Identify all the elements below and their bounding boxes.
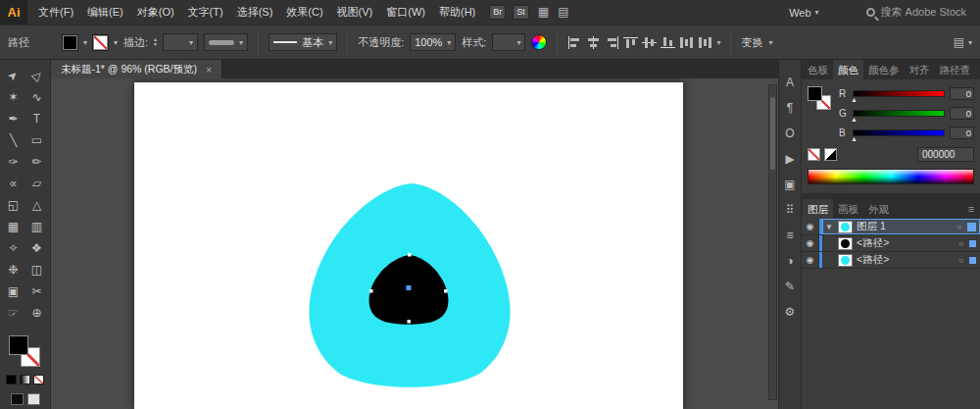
mesh-tool[interactable]: ▦ [2,216,25,237]
menu-type[interactable]: 文字(T) [181,0,230,25]
path-name[interactable]: <路径> [857,253,955,267]
fill-color-swatch[interactable] [63,35,77,50]
slice-tool[interactable]: ✂ [25,281,49,302]
stock-button[interactable]: St [513,5,529,20]
target-circle-icon[interactable]: ○ [956,223,961,231]
close-icon[interactable]: × [206,64,212,76]
magic-wand-tool[interactable]: ✶ [2,86,25,108]
stock-search[interactable]: 搜索 Adobe Stock [866,5,966,20]
color-spectrum-bar[interactable] [808,169,974,184]
character-panel-icon[interactable]: A [778,70,802,95]
none-button[interactable] [33,375,44,384]
tab-appearance[interactable]: 外观 [863,199,894,219]
align-horizontal-center-icon[interactable] [586,36,601,49]
tab-layers[interactable]: 图层 [803,199,833,219]
paragraph-panel-icon[interactable]: ¶ [778,95,802,121]
align-left-icon[interactable] [567,36,582,49]
layer-row-content[interactable]: ▼ 图层 1 ○ [822,219,980,234]
width-profile-dropdown[interactable]: ▾ [204,33,248,51]
slider-marker-icon[interactable]: ▲ [851,135,858,142]
path-name[interactable]: <路径> [857,236,955,250]
red-value-field[interactable]: 0 [950,87,974,100]
opentype-panel-icon[interactable]: O [778,121,802,146]
align-options-chevron-icon[interactable]: ▾ [716,38,720,47]
menu-effect[interactable]: 效果(C) [279,0,329,25]
align-vertical-center-icon[interactable] [642,36,657,49]
canvas-area[interactable] [51,78,778,409]
symbol-sprayer-tool[interactable]: ❉ [2,259,25,281]
hand-tool[interactable]: ☞ [2,302,25,324]
actions-panel-icon[interactable]: ▶ [778,146,802,172]
document-layout-icon[interactable]: ▤ [558,0,568,25]
color-button[interactable] [6,375,17,384]
menu-help[interactable]: 帮助(H) [432,0,482,25]
tab-color-guide[interactable]: 颜色参 [863,60,905,79]
recolor-artwork-icon[interactable] [531,34,547,50]
draw-normal-button[interactable] [11,393,24,405]
distribute-vertical-icon[interactable] [698,36,712,49]
pencil-tool[interactable]: ✏ [25,151,49,173]
pen-tool[interactable]: ✒ [2,108,25,129]
vertical-scrollbar[interactable] [768,84,777,400]
gradient-button[interactable] [20,375,30,384]
spin-down-icon[interactable]: ▾ [154,42,157,47]
chevron-down-icon[interactable]: ▾ [968,38,972,47]
free-transform-tool[interactable]: ▱ [25,173,49,194]
target-circle-icon[interactable]: ○ [958,256,963,265]
column-graph-tool[interactable]: ◫ [25,259,49,281]
fill-swatch[interactable] [808,86,822,101]
layer-row-content[interactable]: <路径> ○ [822,235,980,251]
paintbrush-tool[interactable]: ✑ [2,151,25,173]
panel-options-icon[interactable]: ▤ [954,30,964,55]
document-tab[interactable]: 未标题-1* @ 96% (RGB/预览) × [51,60,222,78]
appearance-panel-icon[interactable]: ✎ [778,274,802,299]
opacity-dropdown[interactable]: 100% ▾ [410,33,456,51]
layer-row-path-black[interactable]: ◉ <路径> ○ [802,235,980,252]
menu-edit[interactable]: 编辑(E) [80,0,130,25]
stroke-weight-stepper[interactable]: ▴ ▾ [154,37,157,47]
none-swatch[interactable] [808,148,820,161]
workspace-switcher[interactable]: Web ▾ [789,7,818,19]
slider-marker-icon[interactable]: ▲ [851,96,858,103]
close-icon[interactable]: × [975,64,980,76]
selection-chip[interactable] [969,257,976,264]
hex-value-field[interactable]: 000000 [917,147,974,162]
bridge-button[interactable]: Br [489,5,506,20]
tab-artboards[interactable]: 画板 [833,199,863,219]
zoom-tool[interactable]: ⊕ [25,302,49,324]
style-dropdown[interactable]: ▾ [492,33,525,51]
anchor-point-selected[interactable] [407,285,412,290]
layer-name[interactable]: 图层 1 [857,220,953,233]
direct-selection-tool[interactable]: ▷ [25,65,49,86]
gradient-tool[interactable]: ▥ [25,216,49,237]
stroke-color-swatch[interactable] [93,35,108,50]
stroke-chevron-icon[interactable]: ▾ [114,38,118,47]
transparency-panel-icon[interactable]: ◑ [778,248,802,274]
rectangle-tool[interactable]: ▭ [25,129,49,151]
blue-value-field[interactable]: 0 [950,127,974,139]
blend-tool[interactable]: ❖ [25,237,49,259]
align-top-icon[interactable] [623,36,638,49]
screen-mode-button[interactable] [27,393,40,405]
line-segment-tool[interactable]: ╲ [2,129,25,151]
transform-panel-icon[interactable]: ⠿ [778,197,802,223]
align-right-icon[interactable] [605,36,619,49]
transform-label[interactable]: 变换 [741,35,762,50]
illustrator-logo[interactable]: Ai [0,0,27,25]
brush-definition-dropdown[interactable]: 基本 ▾ [269,33,337,51]
layer-row-content[interactable]: <路径> ○ [822,252,980,268]
layer-row-layer1[interactable]: ◉ ▼ 图层 1 ○ [802,219,980,235]
disclosure-triangle-icon[interactable]: ▼ [824,223,834,231]
align-bottom-icon[interactable] [661,36,675,49]
perspective-grid-tool[interactable]: △ [25,194,49,216]
tab-swatches[interactable]: 色板 [803,60,833,79]
anchor-point-left[interactable] [369,289,373,293]
shape-builder-tool[interactable]: ◱ [2,194,25,216]
fill-swatch[interactable] [9,335,28,355]
visibility-eye-icon[interactable]: ◉ [802,235,819,251]
eyedropper-tool[interactable]: ✧ [2,237,25,259]
menu-view[interactable]: 视图(V) [330,0,380,25]
anchor-point-bottom[interactable] [408,320,412,324]
fill-chevron-icon[interactable]: ▾ [83,38,87,47]
scrollbar-thumb[interactable] [770,97,775,170]
